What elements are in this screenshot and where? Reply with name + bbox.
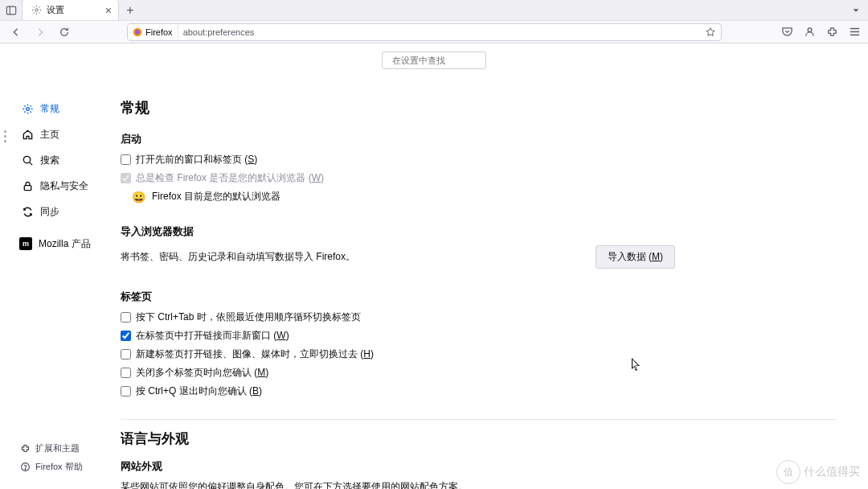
tab-bar: 设置 × + — [0, 0, 868, 20]
svg-rect-6 — [850, 28, 858, 30]
sidebar-item-label: Mozilla 产品 — [39, 237, 91, 251]
svg-rect-7 — [850, 31, 858, 33]
nav-toolbar: Firefox about:preferences — [0, 20, 868, 43]
switch-immediately-checkbox[interactable]: 新建标签页打开链接、图像、媒体时，立即切换过去 (H) — [121, 347, 836, 361]
sidebar-footer: 扩展和主题 Firefox 帮助 — [19, 442, 83, 473]
close-tab-icon[interactable]: × — [105, 5, 112, 16]
preferences-content: 常规 启动 打开先前的窗口和标签页 (S) 总是检查 Firefox 是否是您的… — [121, 74, 868, 489]
default-browser-status: 😀 Firefox 目前是您的默认浏览器 — [132, 190, 836, 203]
restore-session-checkbox[interactable]: 打开先前的窗口和标签页 (S) — [121, 153, 836, 166]
sidebar-item-label: 隐私与安全 — [40, 179, 88, 193]
browser-chrome: 设置 × + Firefox about:preferences — [0, 0, 868, 43]
sidebar-item-home[interactable]: 主页 — [19, 124, 121, 145]
app-menu-icon[interactable] — [847, 25, 862, 39]
import-data-button[interactable]: 导入数据 (M) — [596, 245, 675, 269]
sidebar-item-privacy[interactable]: 隐私与安全 — [19, 175, 121, 196]
gear-icon — [31, 5, 42, 16]
sidebar-item-label: 同步 — [40, 205, 59, 219]
identity-label: Firefox — [145, 27, 173, 37]
search-icon — [21, 154, 34, 166]
svg-point-12 — [23, 156, 30, 162]
reload-button[interactable] — [55, 23, 74, 42]
section-title: 网站外观 — [121, 459, 836, 474]
section-title: 标签页 — [121, 290, 836, 304]
smile-icon: 😀 — [132, 191, 145, 203]
back-button[interactable] — [6, 23, 26, 42]
svg-point-11 — [26, 107, 29, 110]
preferences-viewport: 常规 主页 搜索 隐私与安全 — [0, 43, 868, 489]
svg-point-5 — [808, 28, 812, 32]
startup-block: 启动 打开先前的窗口和标签页 (S) 总是检查 Firefox 是否是您的默认浏… — [121, 132, 836, 203]
save-pocket-icon[interactable] — [780, 25, 794, 39]
appearance-block: 语言与外观 网站外观 某些网站可依照您的偏好调整自身配色。您可在下方选择要使用的… — [121, 429, 836, 489]
settings-search[interactable] — [382, 51, 486, 69]
tab-settings[interactable]: 设置 × — [23, 0, 119, 20]
tab-title: 设置 — [47, 4, 64, 16]
svg-point-2 — [35, 9, 37, 11]
bookmark-star-icon[interactable] — [705, 27, 721, 38]
section-title: 启动 — [121, 132, 836, 146]
account-icon[interactable] — [802, 25, 817, 39]
sidebar-item-sync[interactable]: 同步 — [19, 201, 121, 222]
appearance-description: 某些网站可依照您的偏好调整自身配色。您可在下方选择要使用的网站配色方案。 — [121, 480, 836, 489]
confirm-quit-checkbox[interactable]: 按 Ctrl+Q 退出时向您确认 (B) — [121, 384, 836, 398]
svg-point-4 — [135, 30, 140, 35]
settings-search-input[interactable] — [392, 55, 503, 65]
always-check-default-checkbox: 总是检查 Firefox 是否是您的默认浏览器 (W) — [121, 171, 836, 185]
sidebar-item-mozilla[interactable]: m Mozilla 产品 — [19, 233, 121, 254]
svg-rect-8 — [850, 35, 858, 36]
url-text: about:preferences — [178, 27, 260, 37]
puzzle-icon — [19, 443, 31, 454]
confirm-close-checkbox[interactable]: 关闭多个标签页时向您确认 (M) — [121, 366, 836, 380]
new-tab-button[interactable]: + — [119, 3, 141, 18]
forward-button[interactable] — [31, 23, 50, 42]
sidebar-toggle-button[interactable] — [0, 0, 23, 20]
page-title: 常规 — [121, 98, 836, 117]
sidebar-item-general[interactable]: 常规 — [19, 98, 121, 119]
svg-rect-14 — [24, 185, 31, 190]
list-tabs-button[interactable] — [850, 5, 868, 16]
ctrl-tab-checkbox[interactable]: 按下 Ctrl+Tab 时，依照最近使用顺序循环切换标签页 — [121, 310, 836, 324]
gear-icon — [21, 102, 34, 115]
svg-point-16 — [25, 469, 26, 470]
mozilla-icon: m — [19, 237, 32, 250]
import-description: 将书签、密码、历史记录和自动填写数据导入 Firefox。 — [121, 250, 355, 264]
home-icon — [21, 128, 34, 141]
section-title: 导入浏览器数据 — [121, 224, 836, 239]
section-heading: 语言与外观 — [121, 429, 836, 448]
svg-rect-0 — [6, 6, 15, 14]
svg-line-13 — [29, 162, 31, 164]
sidebar-help-link[interactable]: Firefox 帮助 — [19, 461, 83, 473]
url-bar[interactable]: Firefox about:preferences — [127, 23, 722, 41]
help-icon — [19, 462, 31, 473]
sidebar-item-label: 搜索 — [40, 154, 59, 167]
identity-box[interactable]: Firefox — [128, 24, 178, 40]
open-in-tab-checkbox[interactable]: 在标签页中打开链接而非新窗口 (W) — [121, 329, 836, 343]
sidebar-item-label: 常规 — [40, 102, 59, 116]
lock-icon — [21, 179, 34, 192]
sidebar-extensions-link[interactable]: 扩展和主题 — [19, 442, 83, 454]
extensions-icon[interactable] — [825, 25, 839, 39]
category-sidebar: 常规 主页 搜索 隐私与安全 — [0, 74, 121, 489]
import-block: 导入浏览器数据 将书签、密码、历史记录和自动填写数据导入 Firefox。 导入… — [121, 224, 836, 269]
sidebar-item-search[interactable]: 搜索 — [19, 150, 121, 171]
tabs-block: 标签页 按下 Ctrl+Tab 时，依照最近使用顺序循环切换标签页 在标签页中打… — [121, 290, 836, 398]
sidebar-item-label: 主页 — [40, 128, 59, 142]
sync-icon — [21, 205, 34, 218]
